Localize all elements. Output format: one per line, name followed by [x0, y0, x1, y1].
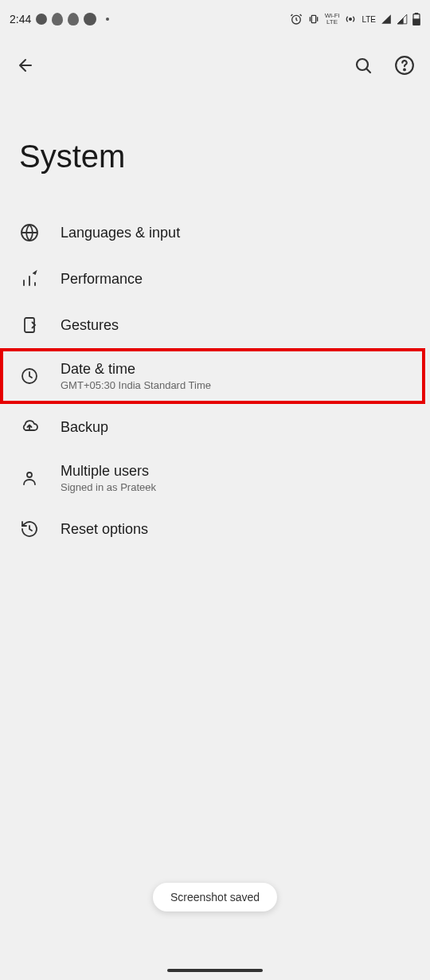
status-bar-right: Wi‑FiLTE LTE	[290, 13, 420, 25]
status-time: 2:44	[10, 13, 31, 25]
battery-icon	[412, 13, 420, 25]
menu-item-performance[interactable]: Performance	[0, 256, 430, 302]
menu-item-languages-input[interactable]: Languages & input	[0, 210, 430, 256]
svg-rect-5	[413, 19, 420, 25]
person-icon	[19, 468, 40, 488]
more-notifications-icon	[101, 18, 109, 21]
signal-icon	[381, 14, 392, 25]
settings-menu: Languages & input Performance Gestures D…	[0, 210, 430, 552]
wifi-label-icon: Wi‑FiLTE	[325, 13, 340, 25]
reset-icon	[19, 519, 40, 539]
menu-item-reset-options[interactable]: Reset options	[0, 506, 430, 552]
menu-item-gestures[interactable]: Gestures	[0, 302, 430, 348]
menu-item-subtitle: Signed in as Prateek	[61, 481, 156, 493]
globe-icon	[19, 222, 40, 243]
gesture-nav-bar[interactable]	[167, 969, 263, 972]
svg-point-2	[350, 18, 352, 21]
menu-item-subtitle: GMT+05:30 India Standard Time	[61, 379, 211, 391]
search-button[interactable]	[352, 54, 374, 76]
svg-point-12	[27, 472, 32, 477]
clock-icon	[19, 366, 40, 386]
page-title: System	[0, 92, 430, 210]
menu-item-multiple-users[interactable]: Multiple users Signed in as Prateek	[0, 450, 430, 506]
notification-icon	[36, 14, 47, 25]
hotspot-icon	[344, 13, 357, 25]
menu-item-label: Reset options	[61, 521, 148, 538]
menu-item-label: Multiple users	[61, 463, 156, 480]
screenshot-saved-toast[interactable]: Screenshot saved	[153, 883, 277, 911]
back-button[interactable]	[14, 54, 37, 76]
lte-indicator: LTE	[362, 15, 376, 24]
menu-item-label: Backup	[61, 419, 108, 436]
status-bar: 2:44 Wi‑FiLTE LTE	[0, 0, 430, 38]
menu-item-label: Languages & input	[61, 225, 180, 241]
svg-point-8	[404, 69, 405, 71]
status-bar-left: 2:44	[10, 13, 109, 25]
svg-rect-10	[25, 318, 34, 332]
gestures-icon	[19, 315, 40, 335]
vibrate-icon	[307, 13, 320, 25]
menu-item-label: Gestures	[61, 317, 119, 334]
performance-icon	[19, 269, 40, 289]
menu-item-label: Date & time	[61, 361, 211, 378]
alarm-icon	[290, 13, 303, 25]
signal-icon	[397, 14, 408, 25]
svg-rect-4	[415, 13, 417, 14]
cloud-backup-icon	[19, 417, 40, 437]
notification-icon	[52, 13, 63, 25]
svg-rect-1	[311, 15, 315, 22]
menu-item-label: Performance	[61, 271, 143, 288]
app-bar	[0, 38, 430, 92]
notification-icon	[68, 13, 79, 25]
help-button[interactable]	[393, 54, 416, 76]
toast-label: Screenshot saved	[170, 891, 260, 904]
menu-item-backup[interactable]: Backup	[0, 404, 430, 450]
notification-icon	[84, 13, 96, 25]
menu-item-date-time[interactable]: Date & time GMT+05:30 India Standard Tim…	[0, 348, 425, 404]
